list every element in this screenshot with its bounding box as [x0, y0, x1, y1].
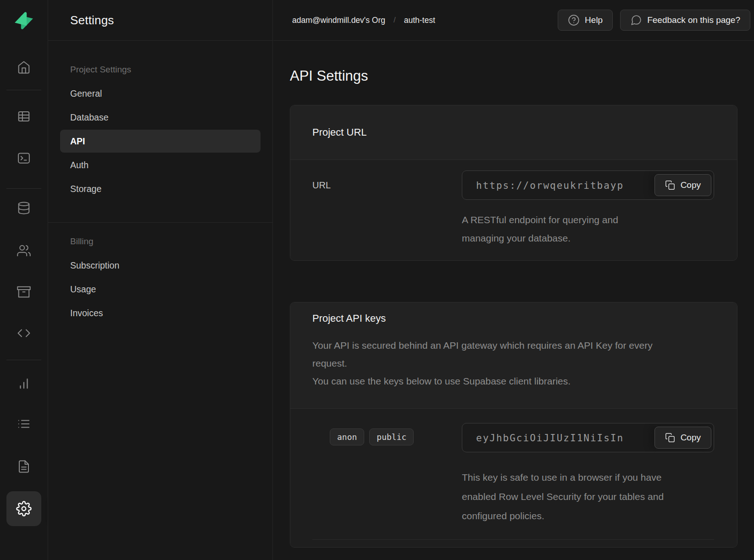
api-keys-card-title: Project API keys: [312, 313, 715, 324]
project-url-description: A RESTful endpoint for querying and mana…: [462, 211, 654, 247]
rail-divider: [6, 360, 41, 360]
rail-logs-button[interactable]: [14, 414, 34, 434]
project-url-card-body: URL https://orwqeukritbayp Copy A RESTfu…: [290, 160, 737, 260]
url-field-label: URL: [312, 170, 462, 200]
api-keys-card-body: anon public eyJhbGciOiJIUzI1NiIsIn Copy …: [290, 409, 737, 547]
sql-editor-icon: [17, 151, 31, 165]
auth-users-icon: [17, 244, 31, 258]
help-button[interactable]: Help: [558, 10, 613, 31]
rail-divider: [6, 188, 41, 189]
sidebar-header: Settings: [48, 0, 272, 41]
project-url-card: Project URL URL https://orwqeukritbayp C…: [290, 105, 737, 261]
table-editor-icon: [17, 110, 31, 123]
sidebar-divider: [48, 222, 272, 223]
breadcrumb-org[interactable]: adam@windmill.dev's Org: [292, 16, 385, 25]
sidebar-item-general[interactable]: General: [60, 82, 261, 105]
project-url-card-title: Project URL: [312, 126, 715, 138]
rail-project-settings-button[interactable]: [6, 491, 41, 526]
rail-docs-button[interactable]: [14, 456, 34, 477]
code-brackets-icon: [17, 326, 31, 340]
project-url-card-header: Project URL: [290, 105, 737, 160]
top-bar: adam@windmill.dev's Org / auth-test Help…: [273, 0, 754, 41]
sidebar-item-subscription[interactable]: Subscription: [60, 254, 261, 277]
message-bubble-icon: [630, 14, 642, 26]
sidebar-item-database[interactable]: Database: [60, 106, 261, 129]
rail-table-editor-button[interactable]: [14, 106, 34, 126]
anon-badge: anon: [330, 428, 364, 445]
rail-edge-functions-button[interactable]: [14, 323, 34, 343]
database-icon: [17, 201, 31, 215]
group-header-billing: Billing: [48, 236, 272, 247]
rail-database-button[interactable]: [14, 198, 34, 218]
help-button-label: Help: [585, 15, 603, 25]
copy-url-label: Copy: [681, 180, 701, 190]
api-keys-card-description: Your API is secured behind an API gatewa…: [312, 336, 688, 390]
copy-icon: [665, 180, 675, 190]
copy-anon-key-label: Copy: [681, 433, 701, 443]
sidebar-item-invoices[interactable]: Invoices: [60, 302, 261, 324]
list-icon: [17, 417, 31, 431]
main-content: API Settings Project URL URL https://orw…: [273, 41, 754, 560]
help-circle-icon: [568, 14, 580, 26]
project-api-keys-card: Project API keys Your API is secured beh…: [290, 302, 737, 548]
sidebar-item-auth[interactable]: Auth: [60, 154, 261, 176]
rail-home-button[interactable]: [14, 57, 34, 77]
group-header-project-settings: Project Settings: [48, 65, 272, 75]
storage-icon: [17, 285, 31, 299]
supabase-logo-icon: [13, 10, 34, 31]
home-icon: [17, 60, 31, 74]
settings-sidebar: Settings Project Settings General Databa…: [48, 0, 273, 560]
next-row-stub: [312, 540, 714, 547]
rail-reports-button[interactable]: [14, 373, 34, 394]
sidebar-item-api[interactable]: API: [60, 130, 261, 153]
sidebar-title: Settings: [70, 13, 114, 27]
rail-storage-button[interactable]: [14, 282, 34, 302]
page-title: API Settings: [290, 68, 754, 84]
feedback-button[interactable]: Feedback on this page?: [620, 10, 750, 31]
project-url-input[interactable]: https://orwqeukritbayp Copy: [462, 170, 714, 200]
breadcrumb-project[interactable]: auth-test: [404, 16, 435, 25]
anon-key-input[interactable]: eyJhbGciOiJIUzI1NiIsIn Copy: [462, 423, 714, 452]
breadcrumb-separator: /: [394, 16, 396, 25]
sidebar-item-storage[interactable]: Storage: [60, 177, 261, 200]
bar-chart-icon: [17, 377, 31, 390]
feedback-button-label: Feedback on this page?: [647, 15, 740, 25]
rail-auth-button[interactable]: [14, 241, 34, 261]
file-text-icon: [17, 460, 31, 473]
public-badge: public: [369, 428, 414, 445]
rail-divider: [6, 90, 41, 90]
api-keys-card-header: Project API keys Your API is secured beh…: [290, 302, 737, 409]
settings-menu: Project Settings General Database API Au…: [48, 41, 272, 324]
api-keys-description-line2: You can use the keys below to use Supaba…: [312, 372, 688, 390]
icon-rail: [0, 0, 48, 560]
rail-sql-editor-button[interactable]: [14, 148, 34, 168]
gear-icon: [16, 501, 32, 516]
copy-url-button[interactable]: Copy: [654, 174, 711, 196]
supabase-logo[interactable]: [13, 10, 34, 31]
anon-key-description: This key is safe to use in a browser if …: [462, 468, 671, 526]
sidebar-item-usage[interactable]: Usage: [60, 278, 261, 301]
api-keys-description-line1: Your API is secured behind an API gatewa…: [312, 336, 688, 372]
copy-icon: [665, 433, 675, 443]
copy-anon-key-button[interactable]: Copy: [654, 427, 711, 449]
